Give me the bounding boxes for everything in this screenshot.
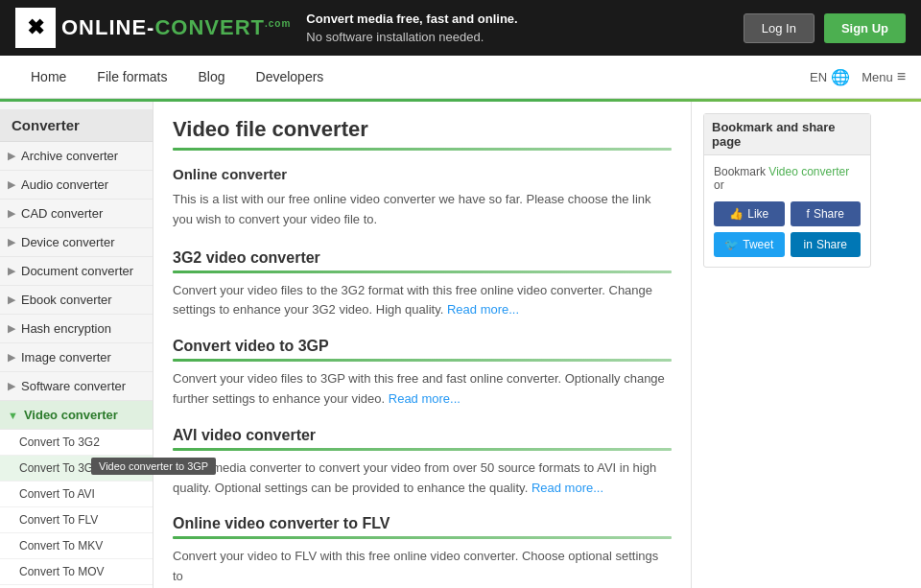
read-more-3gp[interactable]: Read more... xyxy=(389,391,460,406)
like-button[interactable]: 👍 Like xyxy=(714,201,785,226)
sidebar-item-device[interactable]: ▶ Device converter xyxy=(0,228,153,257)
chevron-right-icon: ▶ xyxy=(8,178,15,191)
sidebar-item-ebook[interactable]: ▶ Ebook converter xyxy=(0,286,153,315)
online-converter-heading: Online converter xyxy=(173,166,672,182)
sidebar-item-label: Ebook converter xyxy=(21,293,112,307)
read-more-3g2[interactable]: Read more... xyxy=(447,302,519,317)
right-sidebar: Bookmark and share page Bookmark Video c… xyxy=(691,102,883,588)
converter-avi-title: AVI video converter xyxy=(173,427,672,444)
nav-right: EN 🌐 Menu ≡ xyxy=(810,68,906,86)
section-divider xyxy=(173,359,672,362)
converter-avi-text: Online media converter to convert your v… xyxy=(173,459,672,499)
chevron-right-icon: ▶ xyxy=(8,150,15,162)
menu-label: Menu xyxy=(862,70,893,84)
logo-text: ONLINE-CONVERT.com xyxy=(61,15,291,40)
social-row-2: 🐦 Tweet in Share xyxy=(714,232,861,257)
sidebar-item-archive[interactable]: ▶ Archive converter xyxy=(0,142,153,171)
sidebar-item-audio[interactable]: ▶ Audio converter xyxy=(0,171,153,200)
logo[interactable]: ✖ ONLINE-CONVERT.com xyxy=(15,8,291,48)
navbar: Home File formats Blog Developers EN 🌐 M… xyxy=(0,56,921,99)
chevron-down-icon: ▼ xyxy=(8,410,18,421)
chevron-right-icon: ▶ xyxy=(8,236,15,248)
main-content: Video file converter Online converter Th… xyxy=(154,102,691,588)
login-button[interactable]: Log In xyxy=(744,13,815,43)
chevron-right-icon: ▶ xyxy=(8,380,15,392)
sidebar-title: Converter xyxy=(0,109,153,142)
sidebar-sub-mkv[interactable]: Convert To MKV xyxy=(0,533,153,559)
converter-3gp-title: Convert video to 3GP xyxy=(173,338,672,355)
social-buttons: 👍 Like f Share 🐦 Tweet in Shar xyxy=(714,201,861,257)
sub-item-label: Convert To 3GP xyxy=(19,461,101,475)
globe-icon: 🌐 xyxy=(831,68,850,86)
sidebar-sub-3gp[interactable]: Convert To 3GP Video converter to 3GP xyxy=(0,456,153,482)
sidebar-item-video[interactable]: ▼ Video converter xyxy=(0,401,153,430)
converter-3gp-text: Convert your video files to 3GP with thi… xyxy=(173,369,672,410)
signup-button[interactable]: Sign Up xyxy=(824,13,906,43)
header: ✖ ONLINE-CONVERT.com Convert media free,… xyxy=(0,0,921,56)
chevron-right-icon: ▶ xyxy=(8,322,15,335)
bookmark-title: Bookmark and share page xyxy=(704,114,870,155)
sidebar: Converter ▶ Archive converter ▶ Audio co… xyxy=(0,102,154,588)
sidebar-item-hash[interactable]: ▶ Hash encryption xyxy=(0,315,153,343)
sub-item-label: Convert To MKV xyxy=(19,539,103,553)
sub-item-label: Convert To MOV xyxy=(19,565,104,578)
nav-home[interactable]: Home xyxy=(15,56,82,98)
chevron-right-icon: ▶ xyxy=(8,265,15,277)
converter-avi: AVI video converter Online media convert… xyxy=(173,427,672,499)
sub-item-label: Convert To AVI xyxy=(19,487,95,501)
converter-3g2: 3G2 video converter Convert your video f… xyxy=(173,249,672,321)
bookmark-text: Bookmark Video converter or xyxy=(714,165,861,192)
sidebar-sub-flv[interactable]: Convert To FLV xyxy=(0,507,153,533)
nav-developers[interactable]: Developers xyxy=(241,56,340,98)
linkedin-icon: in xyxy=(804,238,813,251)
social-row-1: 👍 Like f Share xyxy=(714,201,861,226)
chevron-right-icon: ▶ xyxy=(8,351,15,364)
header-tagline: Convert media free, fast and online. No … xyxy=(306,10,727,47)
tooltip-3gp: Video converter to 3GP xyxy=(91,458,216,475)
converter-3g2-title: 3G2 video converter xyxy=(173,249,672,267)
nav-file-formats[interactable]: File formats xyxy=(82,56,182,98)
sub-item-label: Convert To FLV xyxy=(19,513,98,527)
bookmark-box: Bookmark and share page Bookmark Video c… xyxy=(703,113,871,268)
header-buttons: Log In Sign Up xyxy=(744,13,906,43)
section-divider xyxy=(173,270,672,273)
sidebar-item-label: Image converter xyxy=(21,350,111,365)
nav-menu-button[interactable]: Menu ≡ xyxy=(862,68,906,85)
nav-blog[interactable]: Blog xyxy=(182,56,240,98)
logo-icon: ✖ xyxy=(15,8,56,48)
online-converter-text: This is a list with our free online vide… xyxy=(173,190,672,230)
sidebar-sub-avi[interactable]: Convert To AVI xyxy=(0,482,153,507)
section-divider xyxy=(173,448,672,451)
sidebar-item-software[interactable]: ▶ Software converter xyxy=(0,372,153,401)
converter-flv-title: Online video converter to FLV xyxy=(173,515,672,532)
sub-item-label: Convert To 3G2 xyxy=(19,435,100,449)
section-divider xyxy=(173,536,672,539)
sidebar-item-label: Archive converter xyxy=(21,149,118,163)
nav-language[interactable]: EN 🌐 xyxy=(810,68,850,86)
sidebar-sub-3g2[interactable]: Convert To 3G2 xyxy=(0,430,153,456)
read-more-avi[interactable]: Read more... xyxy=(531,481,603,495)
sidebar-item-label: Audio converter xyxy=(21,177,108,192)
chevron-right-icon: ▶ xyxy=(8,207,15,220)
tweet-button[interactable]: 🐦 Tweet xyxy=(714,232,785,257)
twitter-icon: 🐦 xyxy=(724,238,739,251)
chevron-right-icon: ▶ xyxy=(8,294,15,306)
nav-links: Home File formats Blog Developers xyxy=(15,56,810,98)
hamburger-icon: ≡ xyxy=(897,68,906,85)
converter-flv: Online video converter to FLV Convert yo… xyxy=(173,515,672,587)
fb-share-button[interactable]: f Share xyxy=(791,201,862,226)
intro-section: Online converter This is a list with our… xyxy=(173,166,672,230)
bookmark-link[interactable]: Video converter xyxy=(768,165,849,178)
converter-flv-text: Convert your video to FLV with this free… xyxy=(173,547,672,587)
sidebar-item-cad[interactable]: ▶ CAD converter xyxy=(0,200,153,228)
main-layout: Converter ▶ Archive converter ▶ Audio co… xyxy=(0,102,921,588)
linkedin-share-button[interactable]: in Share xyxy=(791,232,862,257)
page-title: Video file converter xyxy=(173,117,672,142)
sidebar-item-image[interactable]: ▶ Image converter xyxy=(0,343,153,372)
sidebar-item-label: Hash encryption xyxy=(21,321,111,336)
sidebar-sub-mov[interactable]: Convert To MOV xyxy=(0,559,153,585)
sidebar-item-label: Software converter xyxy=(21,379,126,393)
language-label: EN xyxy=(810,70,827,84)
sidebar-item-document[interactable]: ▶ Document converter xyxy=(0,257,153,286)
sidebar-sub-menu: Convert To 3G2 Convert To 3GP Video conv… xyxy=(0,430,153,588)
